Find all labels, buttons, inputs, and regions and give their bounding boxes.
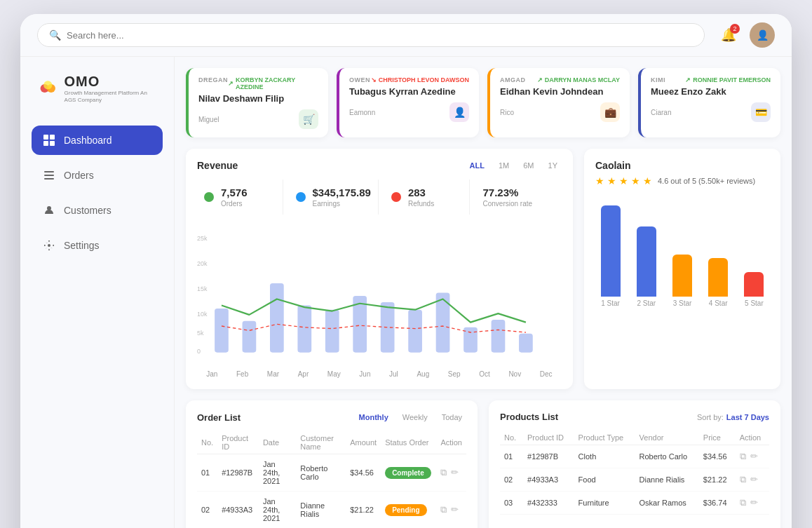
prow-id: #432333 (523, 492, 574, 515)
svg-text:20k: 20k (197, 260, 208, 267)
arrow-down-icon-1: ↘ (371, 76, 377, 83)
prow-id: #4933A3 (523, 468, 574, 492)
refunds-value: 283 (408, 187, 434, 198)
customer-card-0[interactable]: DREGAN ↗ KORBYN ZACKARY AZEDINE Nilav De… (186, 68, 328, 137)
order-filter-today[interactable]: Today (438, 412, 466, 423)
edit-icon-p[interactable]: ✏ (750, 451, 758, 462)
svg-rect-18 (243, 321, 257, 353)
sidebar-item-settings[interactable]: Settings (32, 231, 163, 260)
edit-icon[interactable]: ✏ (451, 504, 459, 515)
search-box[interactable]: 🔍 (37, 23, 705, 47)
products-table: No. Product ID Product Type Vendor Price… (500, 431, 769, 515)
order-table-body: 01 #12987B Jan 24th, 2021 Roberto Carlo … (197, 454, 466, 529)
row-action: ⧉✏ (436, 492, 466, 529)
order-list-panel: Order List Monthly Weekly Today No. Prod… (186, 400, 478, 528)
bar-label-3star: 3 Star (673, 299, 692, 307)
sidebar-label-orders: Orders (64, 170, 94, 181)
sidebar-item-customers[interactable]: Customers (32, 196, 163, 225)
earnings-label: Earnings (313, 200, 371, 208)
orders-value: 7,576 (221, 187, 248, 198)
sort-value[interactable]: Last 7 Days (726, 413, 769, 421)
card-user-3: Ciaran (651, 109, 671, 116)
row-no: 02 (197, 492, 217, 529)
revenue-header: Revenue ALL 1M 6M 1Y (197, 160, 562, 171)
pcol-id: Product ID (523, 431, 574, 445)
table-row: 03 #432333 Furniture Oskar Ramos $36.74 … (500, 492, 769, 515)
prow-vendor: Dianne Rialis (635, 468, 699, 492)
row-date: Jan 24th, 2021 (259, 492, 296, 529)
prow-action: ⧉✏ (736, 445, 769, 468)
notification-button[interactable]: 🔔 2 (716, 22, 741, 48)
edit-icon-p[interactable]: ✏ (750, 474, 758, 485)
search-input[interactable] (67, 30, 693, 41)
copy-icon-p[interactable]: ⧉ (740, 451, 746, 462)
filter-6m[interactable]: 6M (519, 160, 538, 171)
customer-card-3[interactable]: KIMI ↗ RONNIE PAVIT EMERSON Mueez Enzo Z… (638, 68, 780, 137)
card-ref-1: ↘ CHRISTOPH LEVON DAWSON (371, 76, 469, 83)
card-user-2: Rico (500, 109, 514, 116)
bar-label-2star: 2 Star (637, 299, 656, 307)
avatar[interactable]: 👤 (750, 22, 775, 48)
filter-1m[interactable]: 1M (494, 160, 513, 171)
stat-dot-earnings (296, 192, 306, 202)
products-table-header: No. Product ID Product Type Vendor Price… (500, 431, 769, 445)
pcol-vendor: Vendor (635, 431, 699, 445)
copy-icon[interactable]: ⧉ (440, 467, 447, 478)
customer-cards: DREGAN ↗ KORBYN ZACKARY AZEDINE Nilav De… (186, 68, 780, 137)
row-customer: Dianne Rialis (296, 492, 346, 529)
rating-bars: 1 Star 2 Star 3 Star (595, 195, 769, 307)
svg-point-2 (43, 81, 52, 89)
sidebar-item-dashboard[interactable]: Dashboard (32, 126, 163, 155)
bar-label-5star: 5 Star (745, 299, 764, 307)
bar-label-1star: 1 Star (601, 299, 620, 307)
copy-icon-p[interactable]: ⧉ (740, 497, 746, 508)
stat-dot-orders (204, 192, 214, 202)
customer-card-1[interactable]: OWEN ↘ CHRISTOPH LEVON DAWSON Tubagus Ky… (337, 68, 479, 137)
bar-group-1star: 1 Star (595, 198, 625, 307)
sidebar-item-orders[interactable]: Orders (32, 161, 163, 190)
bar-3star (672, 255, 692, 297)
card-label-3: KIMI (651, 76, 665, 83)
card-icon-0: 🛒 (299, 109, 318, 129)
svg-rect-28 (519, 334, 533, 353)
prow-price: $34.56 (699, 445, 736, 468)
svg-text:15k: 15k (197, 285, 208, 292)
filter-all[interactable]: ALL (466, 160, 489, 171)
copy-icon[interactable]: ⧉ (440, 504, 447, 515)
prow-vendor: Oskar Ramos (635, 492, 699, 515)
row-status: Complete (381, 454, 436, 492)
svg-rect-8 (44, 175, 54, 176)
prow-action: ⧉✏ (736, 468, 769, 492)
pcol-price: Price (699, 431, 736, 445)
table-row: 02 #4933A3 Food Dianne Rialis $21.22 ⧉✏ (500, 468, 769, 492)
card-ref-2: ↗ DARRYN MANAS MCLAY (537, 76, 620, 83)
order-filter-monthly[interactable]: Monthly (355, 412, 393, 423)
star-1: ★ (595, 175, 604, 187)
customers-icon (43, 204, 55, 217)
bar-wrap-3star (672, 198, 692, 297)
rating-name: Caolain (595, 160, 769, 171)
order-filter-weekly[interactable]: Weekly (398, 412, 432, 423)
settings-icon (43, 239, 55, 252)
edit-icon[interactable]: ✏ (451, 467, 459, 478)
row-action: ⧉✏ (436, 454, 466, 492)
row-date: Jan 24th, 2021 (259, 454, 296, 492)
bar-4star (708, 258, 728, 297)
sidebar-label-dashboard: Dashboard (64, 135, 112, 146)
col-amount: Amount (346, 431, 381, 454)
prow-type: Furniture (574, 492, 635, 515)
edit-icon-p[interactable]: ✏ (750, 497, 758, 508)
star-4: ★ (631, 175, 640, 187)
main-content: OMO Growth Management Platform An AGS Co… (20, 57, 792, 528)
month-dec: Dec (540, 370, 553, 378)
bar-1star (601, 205, 621, 297)
stat-refunds: 283 Refunds (384, 180, 471, 215)
sidebar: OMO Growth Management Platform An AGS Co… (20, 57, 175, 528)
rating-panel: Caolain ★ ★ ★ ★ ★ 4.6 out of 5 (5.50k+ r… (584, 149, 780, 389)
customer-card-2[interactable]: AMGAD ↗ DARRYN MANAS MCLAY Eidhan Kevin … (487, 68, 630, 137)
stat-orders-info: 7,576 Orders (221, 187, 248, 208)
filter-1y[interactable]: 1Y (544, 160, 562, 171)
stat-orders: 7,576 Orders (197, 180, 283, 215)
copy-icon-p[interactable]: ⧉ (740, 474, 746, 485)
card-ref-3: ↗ RONNIE PAVIT EMERSON (685, 76, 771, 83)
